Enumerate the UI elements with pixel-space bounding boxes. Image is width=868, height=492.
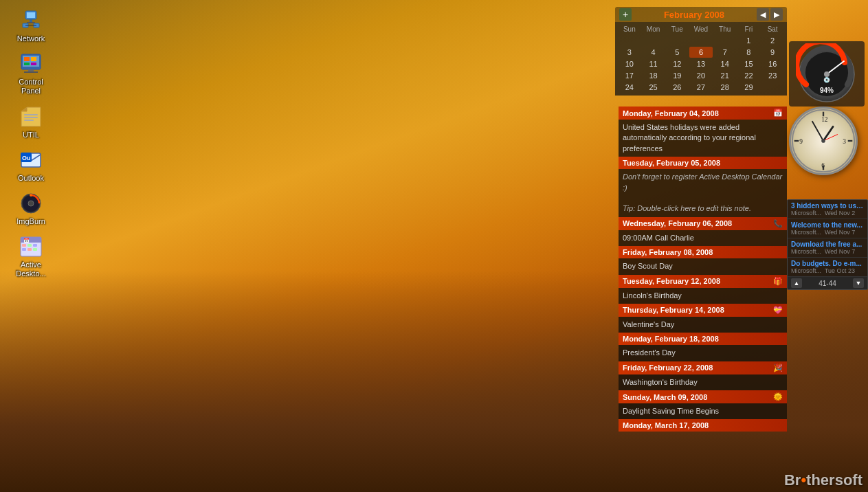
cal-day-5[interactable]: 5 (665, 47, 689, 58)
cal-day-22[interactable]: 22 (737, 70, 761, 81)
cal-day-25[interactable]: 25 (642, 82, 665, 93)
svg-point-38 (824, 71, 830, 77)
event-date-header-7[interactable]: Friday, February 22, 2008 🎉 (619, 361, 787, 374)
notif-item-3[interactable]: Do budgets. Do e-m... Microsoft... Tue O… (788, 258, 867, 277)
event-content-3[interactable]: Boy Scout Day (619, 258, 787, 274)
notifications-panel: 3 hidden ways to use... Microsoft... Wed… (787, 199, 868, 290)
event-date-header-9[interactable]: Monday, March 17, 2008 (619, 419, 787, 432)
outlook-icon: Ou (19, 148, 43, 172)
event-date-header-1[interactable]: Tuesday, February 05, 2008 (619, 157, 787, 169)
cal-day-11[interactable]: 11 (642, 58, 665, 69)
svg-text:9: 9 (799, 138, 803, 145)
util-label: UTIL (23, 131, 39, 139)
util-icon (19, 104, 43, 129)
cal-day-12[interactable]: 12 (665, 58, 689, 69)
event-content-0[interactable]: United States holidays were added automa… (619, 120, 787, 157)
svg-rect-18 (24, 120, 34, 121)
day-sat: Sat (761, 25, 784, 34)
svg-rect-12 (24, 63, 30, 65)
active-desktop-icon: 📅 (19, 234, 43, 259)
svg-point-24 (28, 201, 34, 206)
desktop-icon-network[interactable]: Network (6, 5, 56, 46)
event-icon-5: 💝 (773, 306, 783, 315)
cal-day-3[interactable]: 3 (618, 47, 641, 58)
clock-widget: 12 3 6 9 (789, 107, 865, 182)
cal-day-7[interactable]: 7 (713, 47, 737, 58)
event-date-label-1: Tuesday, February 05, 2008 (623, 159, 720, 167)
calendar-next-button[interactable]: ▶ (770, 8, 783, 21)
desktop-icon-util[interactable]: UTIL (6, 102, 56, 142)
svg-rect-1 (27, 12, 35, 18)
notif-item-2[interactable]: Download the free a... Microsoft... Wed … (788, 238, 867, 258)
notif-item-0[interactable]: 3 hidden ways to use... Microsoft... Wed… (788, 200, 867, 219)
event-content-7[interactable]: Washington's Birthday (619, 374, 787, 390)
cal-day-16[interactable]: 16 (761, 58, 784, 69)
notif-prev-page-button[interactable]: ▲ (791, 278, 802, 288)
notif-meta-2: Microsoft... Wed Nov 7 (791, 248, 864, 255)
calendar-prev-button[interactable]: ◀ (757, 8, 769, 21)
event-content-8[interactable]: Daylight Saving Time Begins (619, 403, 787, 419)
calendar-add-button[interactable]: + (619, 8, 632, 21)
svg-text:📅: 📅 (23, 237, 30, 243)
cal-day-2[interactable]: 2 (761, 35, 784, 46)
event-content-1[interactable]: Don't forget to register Active Desktop … (619, 169, 787, 217)
event-content-6[interactable]: President's Day (619, 345, 787, 361)
event-content-2[interactable]: 09:00AM Call Charlie (619, 230, 787, 246)
desktop-icon-active-desktop[interactable]: 📅 Active Deskto... (6, 232, 56, 281)
cal-day-15[interactable]: 15 (737, 58, 761, 69)
desktop-icon-control-panel[interactable]: Control Panel (6, 49, 56, 98)
notif-next-page-button[interactable]: ▼ (853, 278, 864, 288)
cal-day-20[interactable]: 20 (689, 70, 713, 81)
event-icon-0: 📅 (773, 109, 783, 118)
control-panel-label: Control Panel (9, 78, 53, 96)
event-date-header-2[interactable]: Wednesday, February 06, 2008 📞 (619, 217, 787, 230)
event-date-header-8[interactable]: Sunday, March 09, 2008 🌞 (619, 390, 787, 403)
svg-rect-32 (22, 248, 26, 251)
cal-day-23[interactable]: 23 (761, 70, 784, 81)
event-date-header-5[interactable]: Thursday, February 14, 2008 💝 (619, 304, 787, 317)
cal-day-6[interactable]: 6 (689, 47, 713, 58)
cal-day-24[interactable]: 24 (618, 82, 641, 93)
cal-day-21[interactable]: 21 (713, 70, 737, 81)
event-date-header-0[interactable]: Monday, February 04, 2008 📅 (619, 107, 787, 120)
brothersoft-dot: • (801, 471, 806, 489)
imgburn-icon (19, 191, 43, 216)
svg-line-51 (812, 122, 823, 141)
events-panel[interactable]: Monday, February 04, 2008 📅 United State… (619, 107, 787, 432)
event-date-header-3[interactable]: Friday, February 08, 2008 (619, 246, 787, 258)
event-icon-2: 📞 (773, 219, 783, 228)
clock-svg: 12 3 6 9 (791, 109, 856, 173)
cal-day-28[interactable]: 28 (713, 82, 737, 93)
day-tue: Tue (665, 25, 689, 34)
notif-item-1[interactable]: Welcome to the new... Microsoft... Wed N… (788, 219, 867, 238)
outlook-label: Outlook (18, 174, 44, 183)
desktop-icon-imgburn[interactable]: ImgBurn (6, 188, 56, 229)
cal-day-9[interactable]: 9 (761, 47, 784, 58)
cal-day-26[interactable]: 26 (665, 82, 689, 93)
cal-day-13[interactable]: 13 (689, 58, 713, 69)
event-date-header-4[interactable]: Tuesday, February 12, 2008 🎁 (619, 275, 787, 288)
event-date-header-6[interactable]: Monday, February 18, 2008 (619, 333, 787, 345)
disk-gauge-svg: 💿 94% (796, 43, 858, 105)
notif-page-label: 41-44 (819, 280, 836, 287)
cal-day-10[interactable]: 10 (618, 58, 641, 69)
event-date-label-2: Wednesday, February 06, 2008 (623, 219, 732, 227)
cal-day-27[interactable]: 27 (689, 82, 713, 93)
svg-text:94%: 94% (820, 87, 834, 94)
calendar-header: + February 2008 ◀ ▶ (615, 7, 787, 22)
cal-day-17[interactable]: 17 (618, 70, 641, 81)
desktop-icon-outlook[interactable]: Ou Outlook (6, 145, 56, 186)
cal-day-29[interactable]: 29 (737, 82, 761, 93)
cal-day-8[interactable]: 8 (737, 47, 761, 58)
calendar-month-title: February 2008 (664, 10, 724, 20)
cal-day-4[interactable]: 4 (642, 47, 665, 58)
event-content-5[interactable]: Valentine's Day (619, 317, 787, 333)
cal-day-19[interactable]: 19 (665, 70, 689, 81)
cal-day-18[interactable]: 18 (642, 70, 665, 81)
cal-day-14[interactable]: 14 (713, 58, 737, 69)
cal-day-1[interactable]: 1 (737, 35, 761, 46)
day-fri: Fri (737, 25, 761, 34)
control-panel-icon (19, 52, 43, 76)
event-content-4[interactable]: Lincoln's Birthday (619, 288, 787, 304)
event-date-label-6: Monday, February 18, 2008 (623, 335, 719, 343)
